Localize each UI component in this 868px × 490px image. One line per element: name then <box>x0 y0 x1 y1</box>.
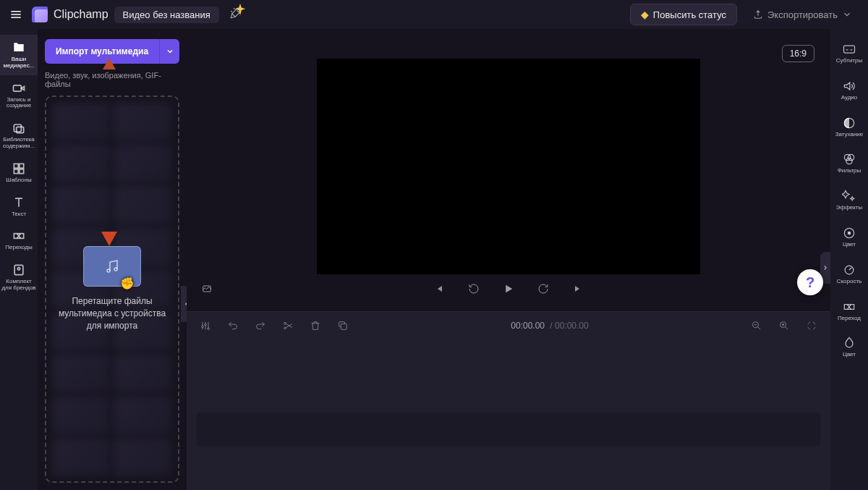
svg-point-27 <box>848 155 854 161</box>
import-dropdown-button[interactable] <box>159 39 179 64</box>
sidebar-item-transition[interactable]: Переход <box>830 292 868 329</box>
svg-point-14 <box>114 268 117 271</box>
drop-overlay: ✊ Перетащите файлы мультимедиа с устройс… <box>46 97 178 481</box>
video-canvas[interactable] <box>317 59 700 274</box>
logo-icon <box>32 7 48 22</box>
sidebar-item-effects[interactable]: Эффекты <box>830 182 868 219</box>
preview-area: 16:9 <box>187 29 830 311</box>
sidebar-item-label: Библиотека содержим... <box>1 137 36 150</box>
menu-icon[interactable] <box>6 4 26 25</box>
sidebar-item-color2[interactable]: Цвет <box>830 329 868 366</box>
svg-rect-8 <box>14 169 18 174</box>
right-rail: Субтитры Аудио Затухание Фильтры Эффекты… <box>830 29 868 490</box>
rewind-button[interactable] <box>464 279 484 299</box>
svg-rect-21 <box>341 324 346 329</box>
sidebar-item-filters[interactable]: Фильтры <box>830 145 868 182</box>
total-time: 00:00.00 <box>555 321 589 331</box>
sidebar-item-label: Фильтры <box>838 168 861 174</box>
import-media-button[interactable]: Импорт мультимедиа <box>45 39 159 64</box>
project-title-input[interactable]: Видео без названия <box>114 7 219 23</box>
svg-rect-3 <box>14 85 22 90</box>
upgrade-label: Повысить статус <box>653 9 726 20</box>
sidebar-item-label: Цвет <box>843 242 856 248</box>
export-label: Экспортировать <box>767 9 838 20</box>
sidebar-item-label: Текст <box>12 211 26 218</box>
svg-rect-7 <box>20 164 24 168</box>
delete-button[interactable] <box>307 317 324 334</box>
svg-point-28 <box>846 159 852 164</box>
sidebar-item-label: Переходы <box>5 245 33 251</box>
sidebar-item-text[interactable]: Текст <box>0 190 38 224</box>
svg-point-19 <box>284 322 286 324</box>
brand-name: Clipchamp <box>54 8 109 21</box>
sidebar-item-record[interactable]: Запись и создание <box>0 75 38 116</box>
sidebar-item-speed[interactable]: Скорость <box>830 255 868 292</box>
timeline-track[interactable] <box>197 413 820 446</box>
transport-controls <box>187 278 830 300</box>
sidebar-item-label: Запись и создание <box>1 97 36 110</box>
timeline[interactable] <box>187 339 830 490</box>
media-thumb-placeholder: ✊ <box>83 246 141 287</box>
sparkle-button[interactable] <box>229 7 242 22</box>
sidebar-item-fade[interactable]: Затухание <box>830 109 868 145</box>
sidebar-item-label: Шаблоны <box>6 177 31 184</box>
media-drop-zone[interactable]: ✊ Перетащите файлы мультимедиа с устройс… <box>45 96 179 483</box>
current-time: 00:00.00 <box>511 321 545 331</box>
sidebar-item-label: Субтитры <box>836 58 862 64</box>
aspect-ratio-button[interactable]: 16:9 <box>782 45 814 62</box>
sidebar-item-captions[interactable]: Субтитры <box>830 35 868 72</box>
sidebar-item-label: Цвет <box>843 352 856 358</box>
sidebar-item-media[interactable]: Ваши медиарес... <box>0 35 38 75</box>
media-panel: Импорт мультимедиа Видео, звук, изображе… <box>38 29 187 490</box>
sidebar-item-label: Аудио <box>841 95 858 101</box>
svg-rect-24 <box>844 46 855 53</box>
sidebar-item-color[interactable]: Цвет <box>830 219 868 255</box>
sidebar-item-label: Скорость <box>837 279 862 285</box>
sidebar-item-label: Затухание <box>835 132 864 138</box>
sidebar-item-templates[interactable]: Шаблоны <box>0 156 38 190</box>
sidebar-item-label: Эффекты <box>836 205 862 211</box>
adjust-tool[interactable] <box>197 317 214 334</box>
grab-cursor-icon: ✊ <box>120 276 135 290</box>
sidebar-item-audio[interactable]: Аудио <box>830 72 868 109</box>
sidebar-item-transitions[interactable]: Переходы <box>0 223 38 257</box>
time-display: 00:00.00 / 00:00.00 <box>511 321 588 331</box>
fit-button[interactable] <box>803 317 820 334</box>
sidebar-item-label: Комплект для брендов <box>1 279 36 292</box>
svg-point-18 <box>208 327 210 329</box>
help-button[interactable]: ? <box>797 269 823 295</box>
redo-button[interactable] <box>252 317 269 334</box>
svg-point-20 <box>284 327 286 329</box>
svg-point-30 <box>848 232 850 234</box>
sidebar-item-label: Ваши медиарес... <box>1 56 36 69</box>
skip-end-button[interactable] <box>568 279 588 299</box>
zoom-out-button[interactable] <box>748 317 765 334</box>
svg-rect-6 <box>14 164 18 168</box>
sidebar-item-label: Переход <box>838 316 861 322</box>
sidebar-item-library[interactable]: Библиотека содержим... <box>0 115 38 156</box>
svg-point-12 <box>17 268 20 270</box>
forward-button[interactable] <box>533 279 553 299</box>
svg-rect-4 <box>14 124 21 132</box>
svg-point-17 <box>205 324 207 326</box>
zoom-in-button[interactable] <box>775 317 793 334</box>
drop-text: Перетащите файлы мультимедиа с устройств… <box>56 295 168 331</box>
duplicate-button[interactable] <box>334 317 352 334</box>
export-button[interactable]: Экспортировать <box>743 5 862 25</box>
timeline-toolbar: 00:00.00 / 00:00.00 <box>187 311 830 339</box>
sidebar-item-brandkit[interactable]: Комплект для брендов <box>0 257 38 297</box>
svg-point-13 <box>107 269 110 272</box>
center-area: 16:9 <box>187 29 830 490</box>
import-hint-text: Видео, звук, изображения, GIF-файлы <box>45 71 179 88</box>
play-button[interactable] <box>498 279 519 299</box>
frame-toggle-button[interactable] <box>197 279 217 299</box>
svg-rect-9 <box>20 169 24 174</box>
left-rail: Ваши медиарес... Запись и создание Библи… <box>0 29 38 490</box>
skip-start-button[interactable] <box>429 279 449 299</box>
upgrade-button[interactable]: ◆ Повысить статус <box>630 4 737 25</box>
diamond-icon: ◆ <box>641 9 649 20</box>
brand-logo[interactable]: Clipchamp <box>32 7 109 22</box>
undo-button[interactable] <box>224 317 242 334</box>
svg-point-16 <box>202 326 204 328</box>
split-button[interactable] <box>279 317 297 334</box>
